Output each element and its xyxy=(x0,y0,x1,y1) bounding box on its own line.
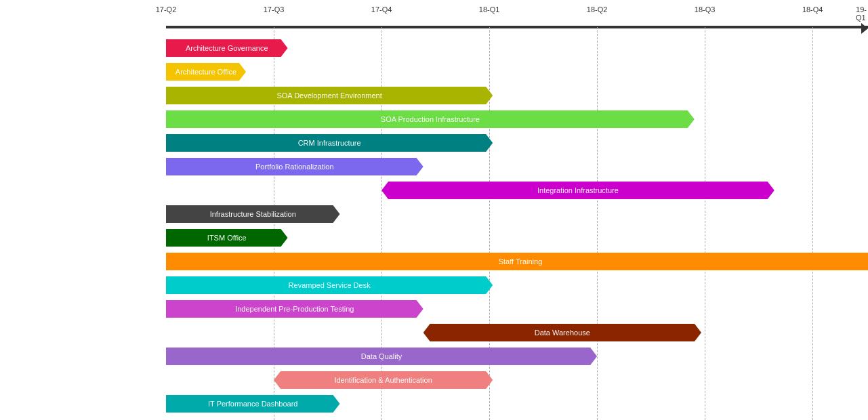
gantt-bar-4[interactable]: CRM Infrastructure xyxy=(166,134,493,152)
quarter-label-18-Q3: 18-Q3 xyxy=(695,5,716,14)
gantt-bar-0[interactable]: Architecture Governance xyxy=(166,39,288,57)
gantt-chart: 17-Q217-Q317-Q418-Q118-Q218-Q318-Q419-Q1… xyxy=(0,0,868,420)
gantt-bar-7[interactable]: Infrastructure Stabilization xyxy=(166,205,340,223)
vline-18-Q2 xyxy=(597,27,598,420)
quarter-label-19-Q1: 19-Q1 xyxy=(856,5,867,22)
bar-label-8: ITSM Office xyxy=(207,234,247,242)
timeline-axis xyxy=(166,27,868,28)
bar-label-5: Portfolio Rationalization xyxy=(255,163,334,171)
bar-label-3: SOA Production Infrastructure xyxy=(381,115,480,123)
bar-label-10: Revamped Service Desk xyxy=(289,281,371,289)
gantt-bar-12[interactable]: Data Warehouse xyxy=(423,324,701,341)
timeline-header xyxy=(166,0,868,27)
gantt-bar-9[interactable]: Staff Training xyxy=(166,253,868,270)
gantt-bar-10[interactable]: Revamped Service Desk xyxy=(166,276,493,294)
vline-18-Q3 xyxy=(705,27,705,420)
quarter-label-18-Q1: 18-Q1 xyxy=(479,5,500,14)
bar-label-2: SOA Development Environment xyxy=(276,91,381,100)
gantt-bar-14[interactable]: Identification & Authentication xyxy=(274,371,493,389)
bar-label-0: Architecture Governance xyxy=(186,44,268,52)
gantt-bar-6[interactable]: Integration Infrastructure xyxy=(381,182,774,199)
bar-label-9: Staff Training xyxy=(499,257,543,266)
bar-label-13: Data Quality xyxy=(361,352,402,360)
gantt-bar-13[interactable]: Data Quality xyxy=(166,348,597,365)
quarter-label-18-Q2: 18-Q2 xyxy=(587,5,608,14)
quarter-label-18-Q4: 18-Q4 xyxy=(802,5,823,14)
gantt-bar-2[interactable]: SOA Development Environment xyxy=(166,87,493,104)
gantt-bar-5[interactable]: Portfolio Rationalization xyxy=(166,158,423,175)
quarter-label-17-Q3: 17-Q3 xyxy=(264,5,285,14)
gantt-bar-3[interactable]: SOA Production Infrastructure xyxy=(166,110,695,128)
bar-label-12: Data Warehouse xyxy=(535,329,590,337)
gantt-bar-1[interactable]: Architecture Office xyxy=(166,63,246,81)
bar-label-15: IT Performance Dashboard xyxy=(208,400,297,408)
gantt-bar-11[interactable]: Independent Pre-Production Testing xyxy=(166,300,423,318)
bar-label-7: Infrastructure Stabilization xyxy=(210,210,296,218)
quarter-label-17-Q4: 17-Q4 xyxy=(371,5,392,14)
quarter-label-17-Q2: 17-Q2 xyxy=(156,5,177,14)
vline-18-Q4 xyxy=(812,27,813,420)
gantt-bar-8[interactable]: ITSM Office xyxy=(166,229,288,247)
bar-label-4: CRM Infrastructure xyxy=(298,139,361,147)
bar-label-6: Integration Infrastructure xyxy=(537,186,619,194)
bar-label-14: Identification & Authentication xyxy=(334,376,432,384)
bar-label-1: Architecture Office xyxy=(175,68,236,76)
bar-label-11: Independent Pre-Production Testing xyxy=(235,305,354,313)
gantt-bar-15[interactable]: IT Performance Dashboard xyxy=(166,395,340,413)
